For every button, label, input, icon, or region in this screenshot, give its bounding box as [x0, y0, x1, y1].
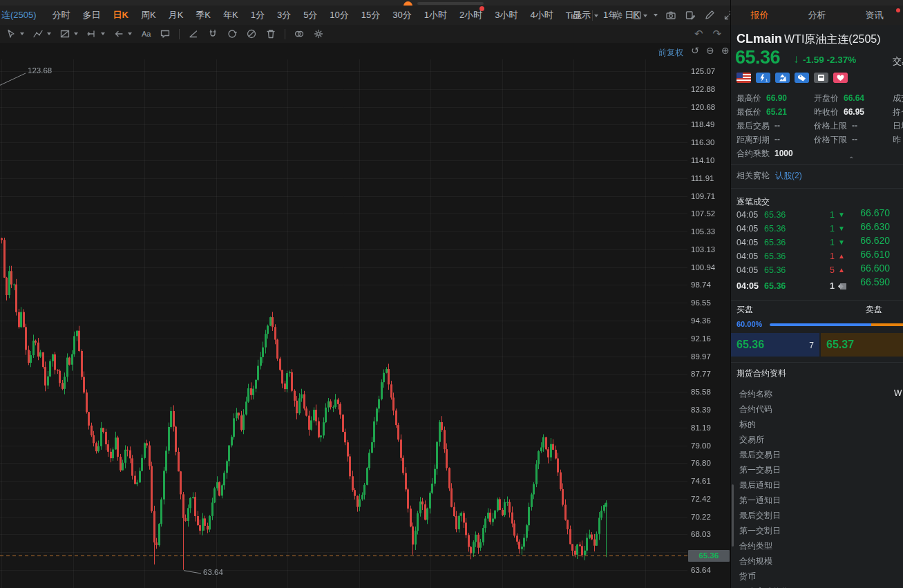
tab-资讯[interactable]: 资讯: [864, 6, 885, 24]
price-change: -1.59 -2.37%: [803, 55, 856, 65]
timeframe-季K[interactable]: 季K: [189, 9, 217, 21]
note-edit-icon[interactable]: [684, 9, 696, 21]
timeframe-15分[interactable]: 15分: [355, 9, 386, 21]
redo-icon[interactable]: ↷: [713, 28, 722, 40]
magnet-icon[interactable]: [203, 25, 222, 43]
y-axis-label: 96.55: [691, 298, 711, 307]
pattern-icon[interactable]: [55, 25, 82, 43]
contract-row-交易所: 交易所: [739, 434, 764, 446]
y-axis-label: 114.10: [691, 156, 714, 164]
tab-分析[interactable]: 分析: [807, 6, 828, 24]
text-icon[interactable]: Aa: [136, 25, 155, 43]
background-window-edge: [0, 0, 903, 6]
compare-icon[interactable]: [289, 25, 309, 43]
timeframe-3分[interactable]: 3分: [271, 9, 297, 21]
lightning-level1-icon[interactable]: 1: [756, 73, 770, 83]
settings-gear-icon[interactable]: [611, 9, 624, 21]
field-partial-成交: 成交: [893, 93, 903, 104]
candlestick-canvas[interactable]: [0, 43, 687, 588]
timeframe-3小时[interactable]: 3小时: [488, 9, 524, 21]
chevron-down-icon: [47, 32, 51, 35]
document-icon[interactable]: [814, 73, 828, 83]
trash-icon[interactable]: [261, 25, 281, 43]
contract-name-value-partial: W: [894, 388, 902, 398]
symbol-badges: 1: [736, 73, 848, 83]
tag-icon[interactable]: [795, 73, 809, 83]
timeframe-月K[interactable]: 月K: [162, 9, 190, 21]
pyramid-icon[interactable]: [775, 73, 790, 83]
timeframe-分时[interactable]: 分时: [46, 9, 77, 21]
field-距离到期: 距离到期--: [736, 134, 780, 146]
overlay-price: 66.610: [838, 249, 890, 260]
warrants-link[interactable]: 认股(2): [775, 171, 802, 180]
angle-icon[interactable]: [184, 25, 203, 43]
timeframe-30分[interactable]: 30分: [386, 9, 417, 21]
last-price: 65.36: [735, 47, 780, 68]
trendline-icon[interactable]: [28, 25, 55, 43]
contract-row-第一交割日: 第一交割日: [739, 525, 781, 537]
forward-adjust-toggle[interactable]: 前复权: [658, 47, 683, 59]
timeframe-多日[interactable]: 多日: [77, 9, 107, 21]
reset-zoom-icon[interactable]: ↺: [691, 45, 699, 56]
cursor-icon[interactable]: [1, 25, 28, 43]
pencil-icon[interactable]: [703, 9, 716, 21]
panel-scrollbar[interactable]: [732, 484, 734, 547]
heart-favorite-icon[interactable]: [833, 73, 848, 83]
layout-square-icon[interactable]: [631, 9, 643, 21]
timeframe-4小时[interactable]: 4小时: [524, 9, 559, 21]
tab-报价[interactable]: 报价: [750, 6, 770, 24]
timeframe-1分[interactable]: 1分: [245, 9, 271, 21]
camera-icon[interactable]: [665, 9, 677, 21]
y-axis-label: 103.13: [691, 245, 715, 254]
hide-drawing-icon[interactable]: [242, 25, 261, 43]
trade-button-partial[interactable]: 交易: [893, 55, 903, 68]
bid-cell[interactable]: 65.36 7: [731, 333, 819, 357]
y-axis-label: 83.39: [691, 406, 711, 414]
contract-row-标的: 标的: [739, 419, 756, 430]
y-axis-label: 120.68: [691, 103, 715, 111]
y-axis-label: 98.74: [691, 281, 711, 289]
timeframe-日K[interactable]: 日K: [107, 9, 135, 21]
timeframe-2小时[interactable]: 2小时: [453, 9, 488, 21]
us-flag-icon[interactable]: [736, 73, 751, 83]
overlay-price: 66.670: [838, 207, 890, 218]
field-最高价: 最高价66.90: [736, 93, 787, 104]
timeframe-5分[interactable]: 5分: [297, 9, 323, 21]
display-menu[interactable]: 显示: [567, 9, 605, 21]
ask-cell[interactable]: 65.37: [821, 333, 903, 357]
draw-settings-icon[interactable]: [309, 25, 328, 43]
timeframe-toolbar: 连(2505) 分时多日日K周K月K季K年K1分3分5分10分15分30分1小时…: [0, 6, 730, 26]
comment-icon[interactable]: [155, 25, 175, 43]
collapse-chevron-icon[interactable]: ⌃: [848, 155, 854, 163]
chevron-down-icon: [20, 32, 24, 35]
timeframe-1小时[interactable]: 1小时: [418, 9, 453, 21]
y-axis-label: 125.07: [691, 67, 715, 75]
undo-icon[interactable]: ↶: [694, 28, 703, 40]
chevron-down-icon: [594, 15, 598, 17]
field-价格上限: 价格上限--: [814, 120, 857, 132]
timeframe-周K[interactable]: 周K: [135, 9, 162, 21]
bid-price: 65.36: [736, 339, 764, 351]
contract-row-合约类型: 合约类型: [739, 540, 772, 552]
timeframe-年K[interactable]: 年K: [217, 9, 245, 21]
timeframe-10分[interactable]: 10分: [323, 9, 354, 21]
auto-redraw-icon[interactable]: [222, 25, 242, 43]
chevron-down-icon: [128, 32, 132, 35]
zoom-in-icon[interactable]: ⊕: [721, 45, 730, 56]
arrow-left-icon[interactable]: [109, 25, 136, 43]
divider: [731, 188, 903, 189]
field-价格下限: 价格下限--: [814, 134, 857, 146]
y-axis-label: 109.71: [691, 192, 715, 200]
y-axis-label: 107.52: [691, 209, 715, 218]
symbol-tab[interactable]: 连(2505): [0, 9, 46, 21]
field-开盘价: 开盘价66.64: [814, 93, 864, 104]
extend-line-icon[interactable]: [82, 25, 109, 43]
candlestick-chart-area[interactable]: 前复权 ↺ ⊖ ⊕ 125.07122.88120.68118.49116.30…: [0, 43, 730, 588]
y-axis-label: 122.88: [691, 85, 715, 93]
contract-row-第一交易日: 第一交易日: [739, 464, 781, 476]
divider: [731, 300, 903, 301]
drawing-toolbar: Aa: [0, 25, 732, 44]
zoom-out-icon[interactable]: ⊖: [706, 45, 714, 56]
y-axis-label: 100.94: [691, 263, 715, 272]
field-partial-昨: 昨: [893, 134, 901, 146]
